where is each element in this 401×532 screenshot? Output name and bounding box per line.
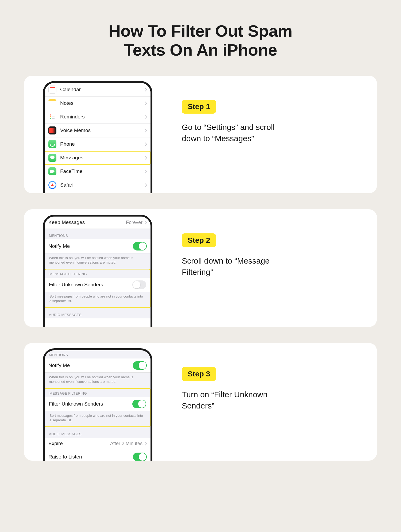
settings-row-label: Messages bbox=[60, 155, 144, 161]
settings-row-label: Voice Memos bbox=[60, 128, 144, 133]
chevron-right-icon bbox=[144, 115, 147, 119]
mentions-header: MENTIONS bbox=[45, 229, 151, 239]
audio-messages-header: AUDIO MESSAGES bbox=[45, 308, 151, 318]
step-1-text: Go to “Settings” and scroll down to “Mes… bbox=[182, 122, 294, 144]
settings-row-facetime[interactable]: FaceTime bbox=[45, 165, 151, 178]
audio-messages-placeholder-row bbox=[45, 318, 151, 327]
expire-label: Expire bbox=[48, 441, 110, 446]
chevron-right-icon bbox=[144, 101, 147, 105]
settings-list: Calendar Notes Reminders Voice Memos bbox=[45, 83, 151, 193]
chevron-right-icon bbox=[144, 87, 147, 92]
notify-me-toggle[interactable] bbox=[133, 242, 147, 250]
step-1-pill: Step 1 bbox=[182, 100, 216, 114]
filter-unknown-senders-footnote: Sort messages from people who are not in… bbox=[45, 411, 150, 426]
step-1-card: Calendar Notes Reminders Voice Memos bbox=[24, 76, 377, 193]
settings-row-reminders[interactable]: Reminders bbox=[45, 110, 151, 124]
messages-icon bbox=[48, 154, 56, 162]
expire-value: After 2 Minutes bbox=[110, 441, 142, 446]
step-3-text: Turn on “Filter Unknown Senders” bbox=[182, 389, 294, 411]
title-line-2: Texts On An iPhone bbox=[124, 41, 277, 59]
notify-me-footnote: When this is on, you will be notified wh… bbox=[45, 253, 151, 269]
settings-row-label: Notes bbox=[60, 100, 144, 106]
phone-mock-step-1: Calendar Notes Reminders Voice Memos bbox=[43, 81, 152, 193]
safari-icon bbox=[48, 181, 56, 189]
keep-messages-row[interactable]: Keep Messages Forever bbox=[45, 217, 151, 229]
expire-row[interactable]: Expire After 2 Minutes bbox=[45, 438, 151, 450]
settings-row-label: Phone bbox=[60, 141, 144, 147]
raise-to-listen-label: Raise to Listen bbox=[48, 454, 133, 460]
chevron-right-icon bbox=[144, 169, 147, 174]
settings-row-phone[interactable]: Phone bbox=[45, 137, 151, 151]
phone-mock-step-3: MENTIONS Notify Me When this is on, you … bbox=[43, 348, 152, 461]
message-filtering-header: MESSAGE FILTERING bbox=[45, 389, 150, 397]
settings-row-label: FaceTime bbox=[60, 168, 144, 174]
settings-row-calendar[interactable]: Calendar bbox=[45, 83, 151, 97]
message-filtering-highlight: MESSAGE FILTERING Filter Unknown Senders… bbox=[44, 388, 151, 427]
filter-unknown-senders-label: Filter Unknown Senders bbox=[49, 401, 132, 407]
settings-row-messages[interactable]: Messages bbox=[45, 151, 151, 165]
step-2-text: Scroll down to “Message Filtering” bbox=[182, 255, 294, 278]
page-title: How To Filter Out Spam Texts On An iPhon… bbox=[24, 21, 377, 60]
notify-me-row[interactable]: Notify Me bbox=[45, 239, 151, 253]
phone-mock-step-2: Keep Messages Forever MENTIONS Notify Me… bbox=[43, 215, 152, 327]
settings-row-voice-memos[interactable]: Voice Memos bbox=[45, 124, 151, 137]
filter-unknown-senders-label: Filter Unknown Senders bbox=[49, 282, 132, 288]
mentions-header: MENTIONS bbox=[45, 350, 151, 358]
message-filtering-header: MESSAGE FILTERING bbox=[45, 269, 150, 278]
message-filtering-highlight: MESSAGE FILTERING Filter Unknown Senders… bbox=[44, 269, 151, 308]
keep-messages-value: Forever bbox=[126, 220, 142, 225]
settings-row-notes[interactable]: Notes bbox=[45, 97, 151, 110]
reminders-icon bbox=[48, 113, 56, 121]
step-2-pill: Step 2 bbox=[182, 233, 216, 247]
messages-settings: Keep Messages Forever MENTIONS Notify Me… bbox=[45, 217, 151, 327]
settings-row-label: Reminders bbox=[60, 114, 144, 120]
notify-me-row[interactable]: Notify Me bbox=[45, 358, 151, 373]
audio-messages-header: AUDIO MESSAGES bbox=[45, 427, 151, 438]
step-3-card: MENTIONS Notify Me When this is on, you … bbox=[24, 343, 377, 461]
step-1-explain: Step 1 Go to “Settings” and scroll down … bbox=[182, 76, 294, 144]
settings-row-label: Safari bbox=[60, 182, 144, 188]
settings-row-news[interactable]: News bbox=[45, 192, 151, 193]
chevron-right-icon bbox=[144, 142, 147, 146]
settings-row-safari[interactable]: Safari bbox=[45, 178, 151, 192]
filter-unknown-senders-row[interactable]: Filter Unknown Senders bbox=[45, 397, 150, 411]
chevron-right-icon bbox=[144, 220, 147, 225]
keep-messages-label: Keep Messages bbox=[48, 219, 126, 225]
filter-unknown-senders-row[interactable]: Filter Unknown Senders bbox=[45, 278, 150, 292]
messages-settings: MENTIONS Notify Me When this is on, you … bbox=[45, 350, 151, 461]
filter-unknown-senders-toggle[interactable] bbox=[132, 400, 146, 408]
step-3-pill: Step 3 bbox=[182, 367, 216, 381]
calendar-icon bbox=[48, 86, 56, 94]
phone-icon bbox=[48, 140, 56, 148]
infographic-page: How To Filter Out Spam Texts On An iPhon… bbox=[0, 0, 401, 485]
notes-icon bbox=[48, 99, 56, 107]
notify-me-footnote: When this is on, you will be notified wh… bbox=[45, 373, 151, 388]
chevron-right-icon bbox=[144, 441, 147, 446]
notify-me-label: Notify Me bbox=[48, 243, 133, 249]
facetime-icon bbox=[48, 167, 56, 175]
step-3-explain: Step 3 Turn on “Filter Unknown Senders” bbox=[182, 343, 294, 411]
chevron-right-icon bbox=[144, 128, 147, 133]
notify-me-toggle[interactable] bbox=[133, 361, 147, 370]
filter-unknown-senders-footnote: Sort messages from people who are not in… bbox=[45, 292, 150, 307]
raise-to-listen-toggle[interactable] bbox=[133, 453, 147, 461]
step-2-explain: Step 2 Scroll down to “Message Filtering… bbox=[182, 209, 294, 278]
step-2-card: Keep Messages Forever MENTIONS Notify Me… bbox=[24, 209, 377, 327]
title-line-1: How To Filter Out Spam bbox=[109, 22, 292, 40]
raise-to-listen-row[interactable]: Raise to Listen bbox=[45, 450, 151, 461]
voice-memos-icon bbox=[48, 126, 56, 134]
filter-unknown-senders-toggle[interactable] bbox=[132, 280, 146, 289]
notify-me-label: Notify Me bbox=[48, 363, 133, 368]
chevron-right-icon bbox=[144, 183, 147, 187]
settings-row-label: Calendar bbox=[60, 87, 144, 92]
chevron-right-icon bbox=[144, 156, 147, 160]
